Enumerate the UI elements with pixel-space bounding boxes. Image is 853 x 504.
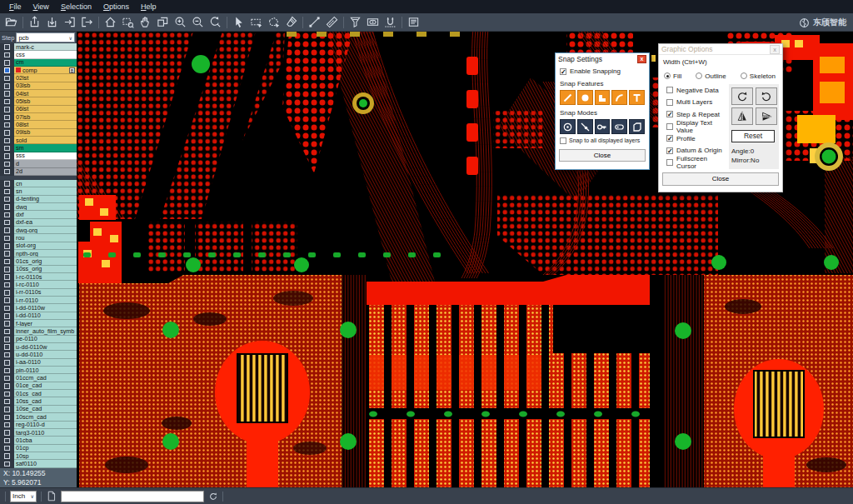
checkbox[interactable]	[666, 87, 673, 93]
layer-row[interactable]: compB	[0, 67, 77, 74]
layer-visibility-checkbox[interactable]	[0, 97, 14, 105]
unit-dropdown[interactable]: Inch ∨	[10, 491, 37, 502]
layer-cell[interactable]: 01cp	[14, 445, 77, 452]
layer-visibility-checkbox[interactable]	[0, 196, 14, 203]
radio-button[interactable]	[741, 72, 747, 79]
layer-visibility-checkbox[interactable]	[0, 336, 14, 343]
layer-row[interactable]: rou	[0, 234, 77, 242]
layer-row[interactable]: i-rr-0110s	[0, 289, 77, 297]
layer-visibility-checkbox[interactable]	[0, 219, 14, 227]
enable-snapping-option[interactable]: Enable Snapping	[556, 66, 649, 77]
layer-row[interactable]: npth-org	[0, 250, 77, 257]
layer-row[interactable]: 10scm_cad	[0, 413, 77, 421]
layer-cell[interactable]: d	[14, 160, 77, 167]
step-dropdown[interactable]: pcb ∨	[16, 32, 75, 42]
home-view-button[interactable]	[102, 14, 119, 30]
checkbox[interactable]	[666, 123, 673, 130]
layer-visibility-checkbox[interactable]	[0, 227, 14, 234]
snap-mode-key-button[interactable]	[595, 119, 611, 134]
layer-visibility-checkbox[interactable]	[0, 90, 14, 97]
layer-row[interactable]: 01cs_cad	[0, 390, 77, 397]
mirror-horizontal-button[interactable]	[731, 107, 753, 125]
snap-mode-center-button[interactable]	[560, 119, 576, 134]
layer-visibility-checkbox[interactable]	[0, 304, 14, 312]
layer-cell[interactable]: u-dd-0110	[14, 351, 77, 358]
reset-button[interactable]: Reset	[731, 130, 775, 142]
layer-visibility-checkbox[interactable]	[0, 422, 14, 429]
layer-row[interactable]: 04lst	[0, 90, 77, 97]
layer-visibility-checkbox[interactable]	[0, 121, 14, 128]
layer-visibility-checkbox[interactable]	[0, 327, 14, 335]
layer-row[interactable]: css	[0, 51, 77, 58]
layer-visibility-checkbox[interactable]	[0, 343, 14, 351]
open-file-button[interactable]	[2, 14, 20, 30]
layer-cell[interactable]: i-dd-0110w	[14, 304, 77, 312]
layer-cell[interactable]: rou	[14, 234, 77, 242]
checkbox[interactable]	[666, 111, 673, 117]
layer-visibility-checkbox[interactable]	[0, 382, 14, 390]
snap-feature-surface-button[interactable]	[595, 90, 611, 105]
layer-cell[interactable]: compB	[14, 67, 77, 74]
layer-row[interactable]: cn	[0, 180, 77, 187]
option-negative-data[interactable]: Negative Data	[662, 84, 727, 97]
layer-row[interactable]: mark-c	[0, 43, 77, 51]
graphic-dialog-titlebar[interactable]: Graphic Options x	[659, 44, 782, 55]
layer-cell[interactable]: inner_auto_film_symb	[14, 327, 77, 335]
layer-row[interactable]: sss	[0, 152, 77, 160]
layer-cell[interactable]: 07lsb	[14, 113, 77, 121]
layer-cell[interactable]: reg-0110-d	[14, 422, 77, 429]
layer-visibility-checkbox[interactable]	[0, 43, 14, 51]
layer-row[interactable]: 10ss_orig	[0, 266, 77, 273]
radio-button[interactable]	[696, 72, 702, 79]
layer-cell[interactable]: f-layer	[14, 320, 77, 327]
layer-cell[interactable]: 01ce_cad	[14, 382, 77, 390]
layer-row[interactable]: cm	[0, 59, 77, 67]
snap-dialog-titlebar[interactable]: Snap Settings x	[556, 53, 649, 64]
highlight-eye-button[interactable]	[364, 14, 382, 30]
layer-cell[interactable]: 06lst	[14, 106, 77, 113]
layer-visibility-checkbox[interactable]	[0, 406, 14, 413]
checkbox[interactable]	[666, 135, 673, 142]
close-icon[interactable]: x	[637, 55, 646, 63]
layer-cell[interactable]: sm	[14, 144, 77, 152]
layer-cell[interactable]: 03lsb	[14, 82, 77, 90]
layer-visibility-checkbox[interactable]	[0, 180, 14, 187]
layer-row[interactable]: pin-0110	[0, 367, 77, 374]
refresh-icon[interactable]	[208, 492, 218, 502]
checkbox[interactable]	[560, 68, 566, 75]
layer-row[interactable]: 10sp	[0, 452, 77, 460]
layer-visibility-checkbox[interactable]	[0, 257, 14, 265]
layer-row[interactable]: 02lst	[0, 74, 77, 82]
layer-visibility-checkbox[interactable]	[0, 187, 14, 195]
layer-cell[interactable]: 01cs_cad	[14, 390, 77, 397]
layer-visibility-checkbox[interactable]	[0, 144, 14, 152]
layer-visibility-checkbox[interactable]	[0, 359, 14, 367]
export-button[interactable]	[43, 14, 61, 30]
radio-skeleton[interactable]: Skeleton	[741, 72, 776, 80]
layer-row[interactable]: pe-0110	[0, 336, 77, 343]
checkbox[interactable]	[666, 147, 673, 154]
layer-visibility-checkbox[interactable]	[0, 160, 14, 167]
layer-visibility-checkbox[interactable]	[0, 234, 14, 242]
layer-row[interactable]: 07lsb	[0, 113, 77, 121]
snap-close-button[interactable]: Close	[559, 149, 646, 162]
layer-cell[interactable]: cm	[14, 59, 77, 67]
layer-cell[interactable]: dxf-ea	[14, 219, 77, 227]
layer-visibility-checkbox[interactable]	[0, 152, 14, 160]
layer-cell[interactable]: sn	[14, 187, 77, 195]
close-icon[interactable]: x	[770, 45, 780, 54]
layer-visibility-checkbox[interactable]	[0, 203, 14, 211]
layer-row[interactable]: dwg-org	[0, 227, 77, 234]
command-input[interactable]	[61, 491, 204, 502]
layer-visibility-checkbox[interactable]	[0, 460, 14, 467]
option-profile[interactable]: Profile	[662, 132, 727, 145]
layer-cell[interactable]: 10ss_cad	[14, 397, 77, 405]
select-button[interactable]	[230, 14, 247, 30]
snap-feature-line-button[interactable]	[560, 90, 576, 105]
snap-mode-closest-point-button[interactable]	[577, 119, 593, 134]
layer-visibility-checkbox[interactable]	[0, 429, 14, 437]
layer-row[interactable]: 06lst	[0, 106, 77, 113]
rotate-ccw-button[interactable]	[756, 87, 777, 105]
layer-cell[interactable]: 2d	[14, 168, 77, 176]
layer-row[interactable]: 01cp	[0, 445, 77, 452]
